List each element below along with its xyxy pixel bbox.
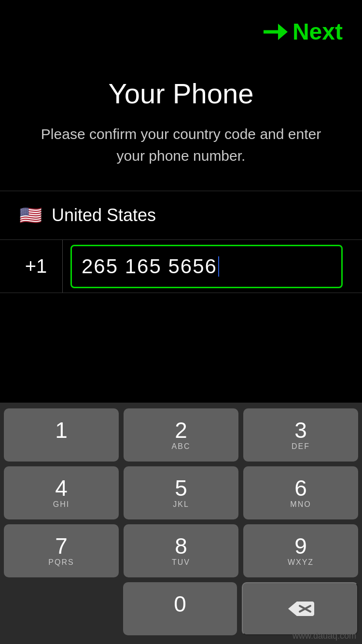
key-4[interactable]: 4 GHI: [4, 466, 119, 519]
key-3[interactable]: 3 DEF: [243, 408, 358, 462]
page-title: Your Phone: [0, 77, 362, 110]
key-6[interactable]: 6 MNO: [243, 466, 358, 519]
watermark: www.dauaq.com: [292, 631, 356, 641]
phone-number-text: 265 165 5656: [82, 255, 217, 278]
key-7[interactable]: 7 PQRS: [4, 524, 119, 577]
key-backspace[interactable]: [242, 582, 358, 635]
key-1[interactable]: 1: [4, 408, 119, 462]
keyboard-row-3: 7 PQRS 8 TUV 9 WXYZ: [4, 524, 358, 577]
key-8[interactable]: 8 TUV: [124, 524, 238, 577]
keyboard-row-2: 4 GHI 5 JKL 6 MNO: [4, 466, 358, 519]
svg-marker-1: [278, 24, 288, 40]
keyboard-row-4: 0: [4, 582, 358, 635]
backspace-icon: [286, 599, 314, 619]
phone-number-box[interactable]: 265 165 5656: [70, 245, 343, 288]
country-selector[interactable]: 🇺🇸 United States: [0, 191, 362, 240]
keyboard: 1 2 ABC 3 DEF 4 GHI 5 JKL 6 MNO 7 PQRS: [0, 403, 362, 644]
next-button[interactable]: Next: [292, 18, 343, 45]
key-0[interactable]: 0: [123, 582, 237, 635]
keyboard-row-1: 1 2 ABC 3 DEF: [4, 408, 358, 462]
next-arrow-icon: [264, 22, 289, 42]
key-2[interactable]: 2 ABC: [124, 408, 238, 462]
key-9[interactable]: 9 WXYZ: [243, 524, 358, 577]
key-5[interactable]: 5 JKL: [124, 466, 238, 519]
country-flag: 🇺🇸: [19, 205, 42, 226]
header: Next: [264, 0, 362, 45]
phone-input-row: +1 265 165 5656: [0, 240, 362, 293]
country-code: +1: [19, 240, 63, 293]
key-empty: [4, 582, 118, 635]
page-subtitle: Please confirm your country code and ent…: [0, 123, 362, 167]
country-name: United States: [52, 205, 156, 225]
text-cursor: [218, 256, 219, 277]
